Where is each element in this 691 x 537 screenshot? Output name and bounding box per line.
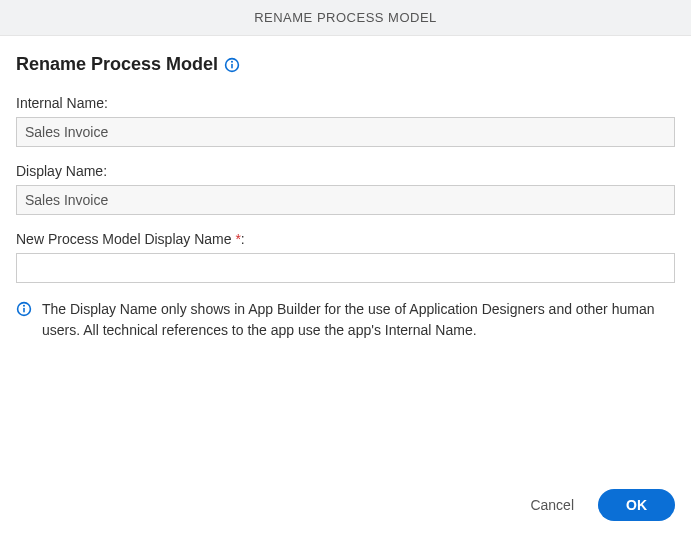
info-icon[interactable] bbox=[224, 57, 240, 73]
info-icon bbox=[16, 299, 32, 341]
new-display-name-label: New Process Model Display Name *: bbox=[16, 231, 675, 247]
new-display-name-input[interactable] bbox=[16, 253, 675, 283]
dialog-body: Rename Process Model Internal Name: Disp… bbox=[0, 36, 691, 477]
info-note-text: The Display Name only shows in App Build… bbox=[42, 299, 675, 341]
field-new-display-name: New Process Model Display Name *: bbox=[16, 231, 675, 283]
info-note: The Display Name only shows in App Build… bbox=[16, 299, 675, 341]
dialog-header-title: RENAME PROCESS MODEL bbox=[254, 10, 437, 25]
cancel-button[interactable]: Cancel bbox=[526, 489, 578, 521]
display-name-input bbox=[16, 185, 675, 215]
dialog-title-row: Rename Process Model bbox=[16, 54, 675, 75]
dialog-footer: Cancel OK bbox=[0, 477, 691, 537]
svg-rect-5 bbox=[23, 308, 25, 313]
internal-name-label: Internal Name: bbox=[16, 95, 675, 111]
svg-point-1 bbox=[231, 60, 233, 62]
page-title: Rename Process Model bbox=[16, 54, 218, 75]
dialog-header: RENAME PROCESS MODEL bbox=[0, 0, 691, 36]
svg-point-4 bbox=[23, 305, 25, 307]
internal-name-input bbox=[16, 117, 675, 147]
svg-rect-2 bbox=[231, 63, 233, 68]
field-display-name: Display Name: bbox=[16, 163, 675, 215]
display-name-label: Display Name: bbox=[16, 163, 675, 179]
ok-button[interactable]: OK bbox=[598, 489, 675, 521]
field-internal-name: Internal Name: bbox=[16, 95, 675, 147]
new-display-name-label-suffix: : bbox=[241, 231, 245, 247]
new-display-name-label-prefix: New Process Model Display Name bbox=[16, 231, 235, 247]
